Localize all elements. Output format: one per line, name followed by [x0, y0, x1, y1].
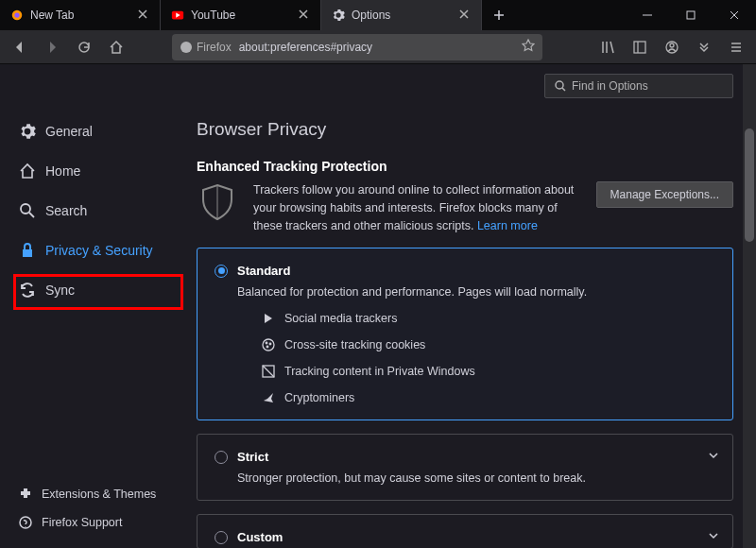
sidebar-footer: Extensions & Themes Firefox Support	[0, 478, 180, 539]
tab-youtube[interactable]: YouTube	[161, 0, 321, 30]
cryptominer-icon	[262, 391, 275, 404]
radio-strict[interactable]	[215, 451, 228, 464]
firefox-logo-icon	[180, 41, 193, 54]
close-icon[interactable]	[137, 9, 150, 22]
identity-label: Firefox	[197, 41, 232, 54]
search-input[interactable]: Find in Options	[544, 74, 733, 98]
svg-point-11	[263, 339, 274, 351]
forward-button[interactable]	[38, 33, 66, 61]
back-button[interactable]	[6, 33, 34, 61]
card-description: Stronger protection, but may cause some …	[237, 471, 715, 485]
etp-description-row: Trackers follow you around online to col…	[197, 181, 733, 234]
card-list: Social media trackers Cross-site trackin…	[262, 312, 715, 404]
social-tracker-icon	[262, 312, 275, 325]
card-header: Strict	[215, 450, 715, 464]
sidebar-item-label: Firefox Support	[42, 516, 122, 529]
search-icon	[19, 202, 36, 219]
nav-toolbar: Firefox about:preferences#privacy	[0, 30, 756, 64]
gear-icon	[331, 8, 346, 23]
tab-new-tab[interactable]: New Tab	[0, 0, 161, 30]
window-controls	[626, 0, 756, 30]
list-item: Social media trackers	[262, 312, 715, 325]
card-title: Standard	[237, 264, 290, 278]
sidebar-item-privacy[interactable]: Privacy & Security	[6, 234, 174, 266]
sidebar-item-label: Sync	[45, 283, 75, 298]
account-button[interactable]	[658, 33, 686, 61]
svg-point-8	[21, 204, 30, 214]
home-icon	[19, 163, 36, 180]
shield-icon	[197, 181, 238, 223]
sidebar-item-search[interactable]: Search	[6, 195, 174, 227]
svg-rect-5	[634, 42, 645, 53]
tab-strip: New Tab YouTube Options	[0, 0, 756, 30]
identity-box[interactable]: Firefox	[180, 41, 232, 54]
minimize-button[interactable]	[626, 0, 669, 30]
card-strict[interactable]: Strict Stronger protection, but may caus…	[197, 434, 733, 501]
preferences-content: General Home Search Privacy & Security S…	[0, 64, 756, 548]
reload-button[interactable]	[70, 33, 98, 61]
maximize-button[interactable]	[669, 0, 713, 30]
sidebar-button[interactable]	[626, 33, 654, 61]
list-item: Cryptominers	[262, 391, 715, 404]
sidebar-item-sync[interactable]: Sync	[6, 274, 174, 306]
url-bar[interactable]: Firefox about:preferences#privacy	[172, 34, 542, 60]
new-tab-button[interactable]	[486, 2, 512, 28]
close-icon[interactable]	[298, 9, 311, 22]
help-icon	[19, 516, 32, 529]
scrollbar-thumb[interactable]	[745, 128, 754, 242]
manage-exceptions-button[interactable]: Manage Exceptions...	[596, 181, 733, 208]
svg-point-7	[670, 43, 674, 47]
sidebar-item-label: Search	[45, 203, 87, 218]
learn-more-link[interactable]: Learn more	[477, 219, 538, 232]
card-custom[interactable]: Custom	[197, 514, 733, 548]
bookmark-star-icon[interactable]	[522, 39, 535, 55]
etp-body-text: Trackers follow you around online to col…	[253, 181, 581, 234]
sidebar-item-label: General	[45, 124, 93, 139]
lock-icon	[19, 242, 36, 259]
close-icon[interactable]	[458, 9, 472, 22]
svg-point-14	[266, 346, 268, 348]
svg-rect-3	[687, 11, 695, 19]
sidebar-item-label: Home	[45, 163, 80, 179]
svg-point-12	[266, 342, 267, 344]
url-text: about:preferences#privacy	[239, 41, 514, 54]
home-button[interactable]	[102, 33, 130, 61]
app-menu-button[interactable]	[722, 33, 750, 61]
sidebar-item-extensions[interactable]: Extensions & Themes	[6, 482, 174, 506]
chevron-down-icon[interactable]	[708, 528, 719, 545]
radio-standard[interactable]	[215, 265, 228, 278]
tab-label: New Tab	[30, 9, 131, 22]
page-title: Browser Privacy	[197, 119, 733, 140]
sidebar-item-label: Privacy & Security	[45, 243, 153, 258]
categories-sidebar: General Home Search Privacy & Security S…	[0, 64, 180, 548]
sync-icon	[19, 282, 36, 299]
tab-label: YouTube	[191, 9, 292, 22]
main-pane: Find in Options Browser Privacy Enhanced…	[180, 64, 756, 548]
sidebar-item-home[interactable]: Home	[6, 155, 174, 187]
sidebar-item-general[interactable]: General	[6, 115, 174, 147]
tab-label: Options	[352, 9, 453, 22]
gear-icon	[19, 123, 36, 140]
tab-options[interactable]: Options	[321, 0, 482, 30]
card-header: Custom	[215, 530, 715, 544]
svg-point-4	[180, 42, 192, 53]
sidebar-item-support[interactable]: Firefox Support	[6, 510, 174, 535]
list-item: Cross-site tracking cookies	[262, 338, 715, 351]
close-window-button[interactable]	[713, 0, 756, 30]
card-header: Standard	[215, 264, 715, 278]
search-icon	[555, 80, 566, 92]
youtube-favicon	[170, 8, 185, 23]
puzzle-icon	[19, 488, 32, 501]
etp-heading: Enhanced Tracking Protection	[197, 159, 733, 174]
list-item: Tracking content in Private Windows	[262, 365, 715, 378]
firefox-favicon	[9, 8, 25, 23]
radio-custom[interactable]	[215, 531, 228, 544]
card-standard[interactable]: Standard Balanced for protection and per…	[197, 248, 733, 420]
overflow-button[interactable]	[690, 33, 718, 61]
cookie-icon	[262, 338, 275, 351]
library-button[interactable]	[593, 33, 622, 61]
card-title: Custom	[237, 530, 283, 544]
svg-point-1	[14, 12, 19, 17]
tracking-content-icon	[262, 365, 275, 378]
chevron-down-icon[interactable]	[708, 448, 719, 465]
